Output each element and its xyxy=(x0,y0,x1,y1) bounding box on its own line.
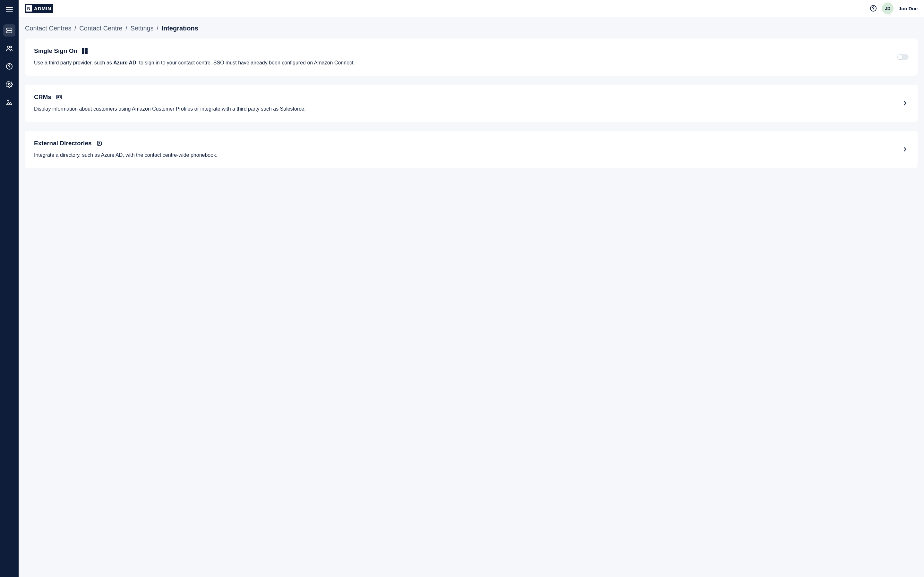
mountain-sun-icon xyxy=(6,99,13,106)
contact-card-icon xyxy=(56,94,62,100)
card-crms-desc: Display information about customers usin… xyxy=(34,105,462,113)
card-directories[interactable]: External Directories Integrate a directo… xyxy=(25,131,462,168)
topbar: N ADMIN JD Jon Doe xyxy=(19,0,462,17)
card-directories-title: External Directories xyxy=(34,140,92,147)
logo[interactable]: N ADMIN xyxy=(25,4,53,13)
sidebar-item-settings[interactable] xyxy=(3,78,15,90)
card-directories-desc: Integrate a directory, such as Azure AD,… xyxy=(34,151,462,159)
server-icon xyxy=(6,27,13,34)
address-book-icon xyxy=(96,140,103,147)
svg-point-5 xyxy=(10,46,12,48)
card-crms[interactable]: CRMs Display information about customers… xyxy=(25,85,462,122)
sidebar-item-contact-centres[interactable] xyxy=(3,24,15,37)
main-content: Contact Centres / Contact Centre / Setti… xyxy=(19,17,462,288)
breadcrumb: Contact Centres / Contact Centre / Setti… xyxy=(25,25,462,32)
help-circle-icon xyxy=(6,63,13,70)
logo-mark: N xyxy=(26,5,32,11)
svg-point-9 xyxy=(8,100,9,101)
card-sso-desc: Use a third party provider, such as Azur… xyxy=(34,59,462,67)
users-icon xyxy=(6,45,13,52)
sidebar-item-users[interactable] xyxy=(3,42,15,55)
sidebar xyxy=(0,0,19,288)
svg-point-4 xyxy=(7,46,10,48)
breadcrumb-item[interactable]: Contact Centres xyxy=(25,25,71,32)
svg-rect-0 xyxy=(7,28,12,30)
svg-rect-1 xyxy=(7,31,12,33)
svg-point-8 xyxy=(8,83,10,85)
sidebar-item-help[interactable] xyxy=(3,60,15,73)
menu-toggle-button[interactable] xyxy=(6,6,13,13)
breadcrumb-current: Integrations xyxy=(162,25,198,32)
gear-icon xyxy=(6,81,13,88)
breadcrumb-item[interactable]: Settings xyxy=(130,25,153,32)
breadcrumb-item[interactable]: Contact Centre xyxy=(79,25,123,32)
windows-icon xyxy=(82,48,87,54)
card-sso-title: Single Sign On xyxy=(34,47,78,55)
svg-point-17 xyxy=(99,142,99,143)
logo-text: ADMIN xyxy=(34,6,51,11)
sidebar-item-holidays[interactable] xyxy=(3,96,15,108)
svg-point-13 xyxy=(58,97,59,97)
card-sso: Single Sign On Use a third party provide… xyxy=(25,39,462,76)
card-crms-title: CRMs xyxy=(34,93,51,101)
